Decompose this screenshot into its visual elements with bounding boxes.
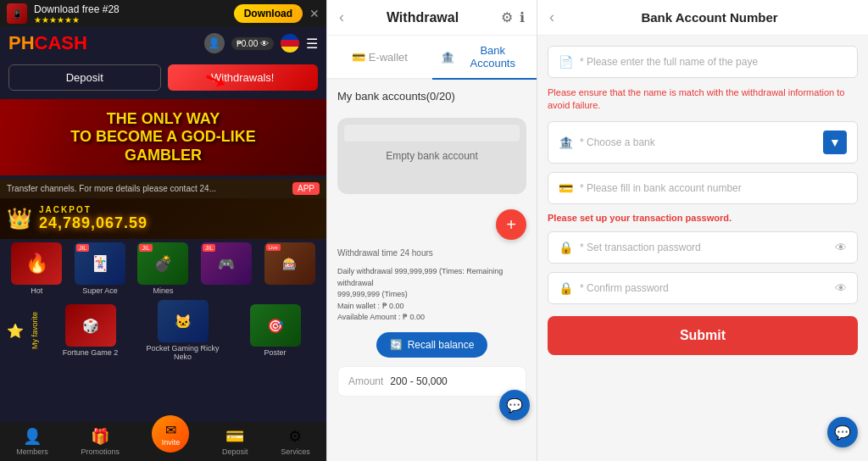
game-label-ace: Super Ace [82, 286, 118, 295]
right-panel: ‹ Bank Account Number 📄 * Please enter t… [537, 0, 868, 461]
empty-card: Empty bank account [337, 118, 526, 194]
game-item-poster[interactable]: 🎯 Poster [231, 304, 320, 357]
tab-ewallet[interactable]: 💳 E-wallet [327, 36, 432, 78]
add-bank-button[interactable]: + [496, 209, 526, 240]
submit-button[interactable]: Submit [548, 316, 858, 355]
game-thumb-mines: 💣 JIL [137, 242, 188, 285]
action-buttons: Deposit Withdrawals! [0, 59, 326, 96]
game-item-superace[interactable]: 🃏 JIL Super Ace [70, 242, 131, 295]
payee-name-input[interactable]: 📄 * Please enter the full name of the pa… [548, 46, 858, 78]
game-badge-mines: JIL [139, 244, 152, 252]
confirm-password-input[interactable]: 🔒 * Confirm password 👁 [548, 272, 858, 304]
nav-services-label: Services [281, 447, 310, 456]
balance-chip: ₱0.00 👁 [231, 37, 274, 50]
ticker-text: Transfer channels. For more details plea… [7, 184, 216, 193]
games-grid: 🔥 Hot 🃏 JIL Super Ace 💣 JIL Mines 🎮 JIL [0, 239, 326, 298]
empty-card-text: Empty bank account [386, 150, 478, 162]
amount-label: Amount [348, 375, 383, 387]
bank-accounts-title: My bank accounts(0/20) [337, 90, 526, 103]
withdrawal-back-button[interactable]: ‹ [339, 8, 344, 26]
lock-icon-1: 🔒 [559, 241, 573, 254]
account-icon: 💳 [559, 181, 573, 195]
bank-account-back-button[interactable]: ‹ [549, 8, 554, 26]
bank-account-title: Bank Account Number [563, 10, 856, 25]
withdrawal-tabs: 💳 E-wallet 🏦 Bank Accounts [327, 36, 537, 80]
games-grid2: ⭐ My favorite 🎲 Fortune Game 2 🐱 Pocket … [0, 298, 326, 363]
game-thumb-ace: 🃏 JIL [75, 242, 125, 285]
stars: ★★★★★★ [34, 15, 227, 25]
chat-bubble-right[interactable]: 💬 [827, 417, 858, 447]
payee-placeholder: * Please enter the full name of the paye [580, 56, 847, 68]
withdrawal-info-icon[interactable]: ℹ [520, 9, 525, 25]
jackpot-info: JACKPOT 24,789,067.59 [39, 205, 147, 232]
nav-promotions[interactable]: 🎁 Promotions [81, 427, 120, 456]
download-button[interactable]: Download [234, 4, 303, 23]
nav-services[interactable]: ⚙ Services [281, 427, 310, 456]
download-bar: 📱 Download free #28 ★★★★★★ Download ✕ [0, 0, 326, 27]
info-line-4: Available Amount : ₱ 0.00 [337, 312, 526, 324]
nav-invite-label: Invite [162, 438, 181, 447]
banner-text: THE ONLY WAY TO BECOME A GOD-LIKE GAMBLE… [70, 110, 255, 165]
eye-icon-2[interactable]: 👁 [835, 281, 847, 295]
lock-icon-2: 🔒 [559, 281, 573, 295]
game-label-ricky: Pocket Gaming Ricky Neko [138, 344, 227, 361]
nav-deposit[interactable]: 💳 Deposit [222, 427, 248, 456]
game-thumb-live: 🎰 Live [264, 242, 315, 285]
nav-invite[interactable]: ✉ Invite [152, 427, 189, 456]
game-thumb-poster: 🎯 [250, 304, 301, 347]
info-line-1: Daily withdrawal 999,999,999 (Times: Rem… [337, 266, 526, 289]
jackpot-label: JACKPOT [39, 205, 147, 214]
members-icon: 👤 [23, 427, 42, 446]
recall-balance-button[interactable]: 🔄 Recall balance [376, 332, 488, 358]
logo-ph: PH [8, 32, 35, 53]
game-item-live[interactable]: 🎰 Live [259, 242, 320, 295]
account-number-input[interactable]: 💳 * Please fill in bank account number [548, 172, 858, 204]
withdrawal-settings-icon[interactable]: ⚙ [501, 9, 513, 25]
download-text: Download free #28 [34, 3, 227, 15]
bank-dropdown-button[interactable]: ▼ [823, 131, 847, 154]
deposit-button[interactable]: Deposit [8, 64, 161, 91]
info-line-3: Main wallet : ₱ 0.00 [337, 301, 526, 313]
flag-icon [281, 34, 299, 53]
nav-deposit-label: Deposit [222, 447, 248, 456]
game-label-poster: Poster [264, 348, 286, 357]
set-password-input[interactable]: 🔒 * Set transaction password 👁 [548, 231, 858, 264]
game-item-g4[interactable]: 🎮 JIL [197, 242, 257, 295]
header-right: 👤 ₱0.00 👁 ☰ [204, 33, 318, 53]
nav-members[interactable]: 👤 Members [16, 427, 48, 456]
close-icon[interactable]: ✕ [309, 7, 320, 20]
game-item-mines[interactable]: 💣 JIL Mines [133, 242, 193, 295]
game-label-mines: Mines [153, 286, 173, 295]
banner-lady [0, 99, 68, 175]
right-header: ‹ Bank Account Number [537, 0, 868, 36]
menu-icon[interactable]: ☰ [306, 36, 318, 52]
ewallet-label: E-wallet [369, 51, 408, 64]
withdraw-button[interactable]: Withdrawals! [168, 64, 319, 91]
eye-icon-1[interactable]: 👁 [835, 241, 847, 254]
jackpot-amount: 24,789,067.59 [39, 214, 147, 232]
star-icon: ⭐ [7, 323, 24, 339]
choose-bank-placeholder: * Choose a bank [580, 136, 816, 148]
game-badge-live: Live [266, 244, 281, 251]
withdrawal-title: Withdrawal [387, 10, 459, 25]
eye-icon[interactable]: 👁 [260, 39, 269, 48]
withdrawal-time: Withdrawal time 24 hours [337, 248, 526, 258]
promotions-icon: 🎁 [91, 427, 109, 446]
invite-circle: ✉ Invite [152, 415, 189, 453]
game-badge-g4: JIL [203, 244, 215, 252]
game-item-fortune[interactable]: 🎲 Fortune Game 2 [46, 304, 135, 357]
right-content: 📄 * Please enter the full name of the pa… [537, 36, 868, 461]
tab-bank-accounts[interactable]: 🏦 Bank Accounts [432, 36, 537, 80]
game-item-hot[interactable]: 🔥 Hot [7, 242, 67, 295]
bank-icon: 🏦 [441, 51, 454, 64]
recall-label: Recall balance [408, 339, 475, 351]
bank-label: Bank Accounts [458, 44, 529, 69]
game-thumb-g4: 🎮 JIL [201, 242, 252, 285]
jackpot-icon: 👑 [7, 207, 32, 230]
game-item-ricky[interactable]: 🐱 Pocket Gaming Ricky Neko [138, 300, 227, 361]
balance-text: ₱0.00 [236, 39, 258, 48]
choose-bank-row[interactable]: 🏦 * Choose a bank ▼ [548, 121, 858, 164]
ewallet-icon: 💳 [352, 51, 365, 64]
nav-members-label: Members [16, 447, 48, 456]
chat-bubble-mid[interactable]: 💬 [499, 390, 530, 420]
